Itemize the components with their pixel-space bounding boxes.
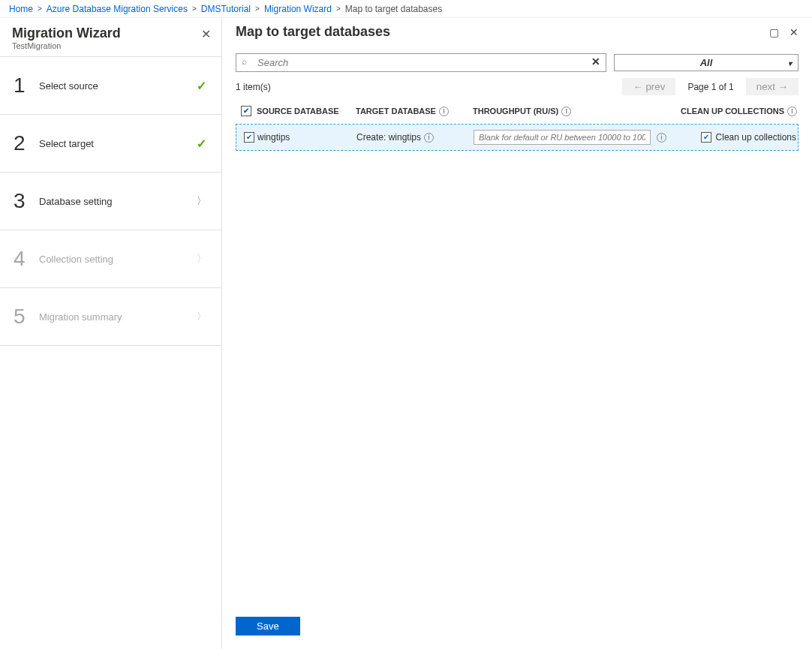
chevron-right-icon: 〉: [197, 310, 206, 323]
cleanup-label: Clean up collections: [716, 132, 796, 143]
breadcrumb-adms[interactable]: Azure Database Migration Services: [47, 4, 188, 14]
close-icon[interactable]: ✕: [201, 27, 211, 41]
check-icon: ✓: [197, 137, 206, 151]
page-title: Map to target databases: [236, 24, 769, 40]
save-button[interactable]: Save: [236, 617, 300, 635]
info-icon[interactable]: i: [439, 107, 449, 116]
step-label: Database setting: [35, 196, 194, 207]
table-row[interactable]: wingtips Create: wingtips i i Clean up c…: [236, 124, 798, 151]
header-throughput: Throughput (RU/s): [473, 107, 558, 116]
breadcrumb-dmstutorial[interactable]: DMSTutorial: [201, 4, 251, 14]
step-label: Select source: [35, 80, 194, 92]
wizard-sidebar: Migration Wizard TestMigration ✕ 1 Selec…: [0, 18, 222, 649]
search-icon: ⌕: [242, 56, 247, 67]
breadcrumb-current: Map to target databases: [345, 4, 442, 14]
header-source: Source database: [257, 107, 356, 116]
step-select-target[interactable]: 2 Select target ✓: [0, 115, 221, 173]
header-target: Target database: [356, 107, 436, 116]
chevron-right-icon: >: [336, 5, 341, 13]
sidebar-title: Migration Wizard: [12, 26, 209, 41]
step-label: Select target: [35, 138, 194, 149]
step-number: 4: [14, 247, 35, 271]
step-collection-setting[interactable]: 4 Collection setting 〉: [0, 230, 221, 288]
row-checkbox[interactable]: [244, 132, 254, 143]
throughput-input[interactable]: [474, 130, 651, 145]
breadcrumb: Home > Azure Database Migration Services…: [0, 0, 812, 18]
step-migration-summary[interactable]: 5 Migration summary 〉: [0, 288, 221, 346]
chevron-right-icon: 〉: [197, 252, 206, 266]
prev-button[interactable]: ← prev: [622, 78, 675, 95]
breadcrumb-home[interactable]: Home: [9, 4, 33, 14]
step-database-setting[interactable]: 3 Database setting 〉: [0, 173, 221, 230]
select-all-checkbox[interactable]: [241, 106, 251, 116]
chevron-down-icon: ▾: [788, 59, 792, 68]
info-icon[interactable]: i: [424, 133, 434, 143]
step-number: 2: [14, 131, 35, 155]
step-select-source[interactable]: 1 Select source ✓: [0, 57, 221, 115]
step-number: 5: [14, 305, 35, 329]
chevron-right-icon: >: [255, 5, 260, 13]
next-button[interactable]: next →: [746, 78, 798, 95]
info-icon[interactable]: i: [657, 133, 666, 143]
cleanup-checkbox[interactable]: [701, 132, 711, 143]
header-cleanup: Clean up collections: [681, 107, 784, 116]
step-label: Migration summary: [35, 311, 194, 323]
info-icon[interactable]: i: [787, 107, 797, 116]
page-indicator: Page 1 of 1: [680, 82, 741, 92]
filter-dropdown[interactable]: All ▾: [614, 54, 798, 71]
cell-target: Create: wingtips: [356, 132, 421, 143]
step-number: 1: [14, 74, 35, 98]
maximize-icon[interactable]: ▢: [769, 26, 779, 38]
close-icon[interactable]: ✕: [789, 26, 798, 38]
table-header: Source database Target database i Throug…: [236, 101, 798, 124]
sidebar-subtitle: TestMigration: [12, 41, 209, 50]
breadcrumb-migration-wizard[interactable]: Migration Wizard: [264, 4, 332, 14]
search-input[interactable]: [236, 53, 606, 72]
chevron-right-icon: >: [38, 5, 42, 13]
chevron-right-icon: >: [192, 5, 197, 13]
item-count: 1 item(s): [236, 82, 622, 92]
step-label: Collection setting: [35, 254, 194, 265]
cell-source: wingtips: [257, 132, 356, 143]
clear-icon[interactable]: ✕: [591, 56, 600, 68]
info-icon[interactable]: i: [561, 107, 571, 116]
filter-label: All: [700, 57, 713, 68]
check-icon: ✓: [197, 79, 206, 93]
step-number: 3: [14, 189, 35, 213]
chevron-right-icon: 〉: [197, 194, 206, 208]
